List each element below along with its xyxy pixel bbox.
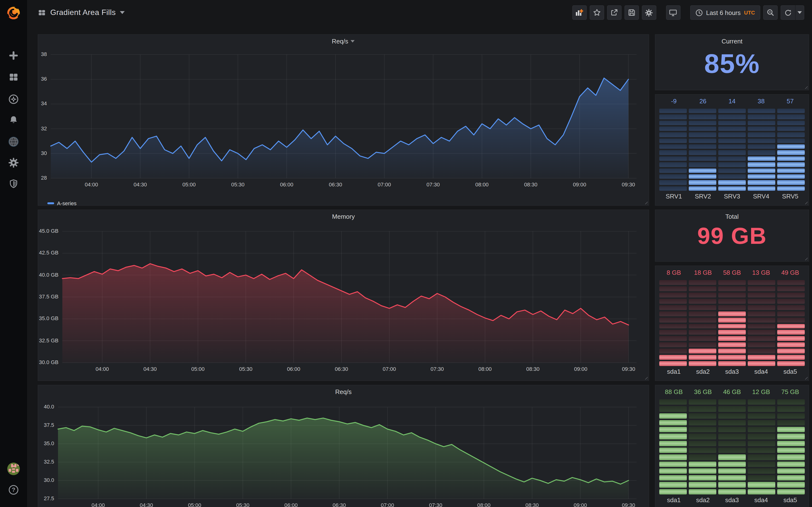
bar-gauge-cell xyxy=(659,299,687,304)
bar-gauge-cell xyxy=(748,434,775,439)
create-plus-icon[interactable] xyxy=(8,50,19,61)
bar-gauge-cell xyxy=(718,448,746,453)
panel-resize-handle[interactable] xyxy=(804,376,808,380)
svg-text:?: ? xyxy=(12,487,15,493)
add-panel-button[interactable] xyxy=(572,5,587,20)
user-avatar[interactable] xyxy=(7,463,20,475)
y-axis-label: 35.0 GB xyxy=(39,316,58,321)
bar-gauge-cell xyxy=(689,157,716,161)
dashboards-icon[interactable] xyxy=(8,72,18,82)
globe-icon[interactable] xyxy=(8,136,19,147)
bar-gauge-cell xyxy=(659,157,687,161)
x-axis-label: 04:30 xyxy=(135,502,158,507)
bar-gauge-values: 88 GB36 GB46 GB12 GB75 GB xyxy=(659,388,805,398)
topbar: Gradient Area Fills xyxy=(27,0,812,25)
bar-gauge-cell xyxy=(748,286,775,291)
bar-gauge-cell xyxy=(659,318,687,322)
x-axis-label: 06:00 xyxy=(280,502,303,507)
bar-gauge-cell xyxy=(777,330,805,335)
bar-gauge-cell xyxy=(748,406,775,412)
refresh-button[interactable] xyxy=(780,5,804,20)
bar-gauge-cell xyxy=(659,311,687,316)
x-axis-label: 06:30 xyxy=(328,502,351,507)
save-button[interactable] xyxy=(624,5,639,20)
bar-gauge-cell xyxy=(659,138,687,143)
x-axis-label: 04:00 xyxy=(87,502,110,507)
zoom-out-button[interactable] xyxy=(763,5,778,20)
stat-value-total: 99 GB xyxy=(655,223,809,249)
bar-gauge-column xyxy=(689,109,716,191)
bar-gauge-cell xyxy=(748,162,775,167)
bar-gauge-values: 8 GB18 GB58 GB13 GB49 GB xyxy=(659,269,805,279)
refresh-icon[interactable] xyxy=(781,5,796,20)
title-caret-icon[interactable] xyxy=(120,11,125,14)
panel-resize-handle[interactable] xyxy=(804,201,808,204)
bar-gauge-cell xyxy=(689,132,716,137)
legend-item[interactable]: A-series xyxy=(47,201,77,206)
bar-gauge-value: 49 GB xyxy=(776,269,805,279)
bar-gauge-cell xyxy=(689,482,716,488)
chart-plot-area[interactable] xyxy=(38,385,649,507)
bar-gauge-cell xyxy=(777,318,805,322)
share-button[interactable] xyxy=(607,5,621,20)
bar-gauge-cell xyxy=(718,138,746,143)
bar-gauge-cell xyxy=(777,180,805,185)
panel-resize-handle[interactable] xyxy=(804,86,808,89)
bar-gauge-cell xyxy=(659,162,687,167)
panel-reqs-top: Req/s 28303234363804:0004:3005:0005:3006… xyxy=(38,34,649,206)
panel-sda-bargauge-green: 88 GB36 GB46 GB12 GB75 GBsda1sda2sda3sda… xyxy=(655,385,809,507)
stat-value-current: 85% xyxy=(655,48,809,79)
y-axis-label: 36 xyxy=(41,76,47,81)
configuration-gear-icon[interactable] xyxy=(8,157,19,168)
bar-gauge-cell xyxy=(689,293,716,297)
star-button[interactable] xyxy=(590,5,604,20)
bar-gauge-value: 46 GB xyxy=(717,388,747,398)
bar-gauge-value: 26 xyxy=(688,98,717,107)
bar-gauge-value: -9 xyxy=(659,98,688,107)
dashboard-settings-button[interactable] xyxy=(642,5,656,20)
grafana-logo[interactable] xyxy=(5,4,22,22)
bar-gauge-cell xyxy=(748,186,775,191)
bar-gauge-cell xyxy=(659,186,687,191)
bar-gauge-cell xyxy=(718,355,746,360)
help-icon[interactable]: ? xyxy=(8,484,19,495)
bar-gauge-column xyxy=(777,109,805,191)
explore-compass-icon[interactable] xyxy=(8,94,19,105)
x-axis-label: 08:00 xyxy=(473,366,497,372)
time-range-picker[interactable]: Last 6 hours UTC xyxy=(690,5,760,20)
refresh-interval-caret[interactable] xyxy=(796,5,804,20)
panel-header-total[interactable]: Total xyxy=(655,210,809,223)
bar-gauge-cell xyxy=(689,186,716,191)
bar-gauge-cell xyxy=(689,138,716,143)
bar-gauge-cell xyxy=(748,482,775,488)
bar-gauge-cell xyxy=(718,349,746,353)
admin-shield-icon[interactable] xyxy=(8,179,18,189)
bar-gauge-cell xyxy=(718,293,746,297)
bar-gauge-cell xyxy=(689,361,716,366)
bar-gauge-cell xyxy=(718,324,746,329)
bar-gauge-cell xyxy=(689,109,716,113)
x-axis-label: 06:30 xyxy=(330,366,353,372)
dashboard-title: Gradient Area Fills xyxy=(50,8,116,17)
bar-gauge-cell xyxy=(659,305,687,310)
bar-gauge-cell xyxy=(659,489,687,495)
panel-header-current[interactable]: Current xyxy=(655,35,809,47)
breadcrumb[interactable]: Gradient Area Fills xyxy=(38,8,125,17)
chart-plot-area[interactable] xyxy=(38,35,649,205)
bar-gauge-category: sda5 xyxy=(776,368,805,378)
y-axis-label: 32 xyxy=(41,125,47,131)
cycle-view-button[interactable] xyxy=(666,5,680,20)
bar-gauge-cell xyxy=(659,168,687,173)
bar-gauge-cell xyxy=(777,427,805,433)
chart-plot-area[interactable] xyxy=(38,210,649,381)
y-axis-label: 28 xyxy=(41,175,47,181)
panel-total-stat: Total 99 GB xyxy=(655,210,809,262)
bar-gauge-category: sda2 xyxy=(688,368,717,378)
panel-resize-handle[interactable] xyxy=(804,257,808,260)
x-axis-label: 07:30 xyxy=(425,366,449,372)
bar-gauge-labels: sda1sda2sda3sda4sda5 xyxy=(659,496,805,506)
alerting-bell-icon[interactable] xyxy=(8,115,18,125)
bar-gauge-cell xyxy=(659,413,687,418)
bar-gauge-cell xyxy=(659,174,687,179)
bar-gauge-column xyxy=(718,109,746,191)
